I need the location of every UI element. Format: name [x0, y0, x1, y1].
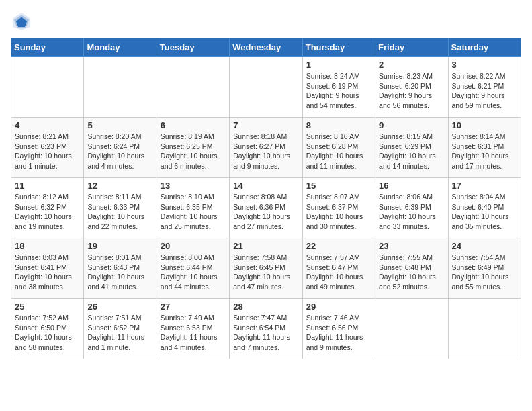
- day-info: Sunrise: 7:57 AM Sunset: 6:47 PM Dayligh…: [306, 253, 371, 292]
- day-number: 16: [379, 181, 444, 191]
- header-cell-sunday: Sunday: [11, 38, 84, 57]
- day-number: 12: [87, 181, 152, 191]
- day-info: Sunrise: 8:20 AM Sunset: 6:24 PM Dayligh…: [87, 132, 152, 171]
- calendar-header: SundayMondayTuesdayWednesdayThursdayFrid…: [11, 38, 521, 57]
- day-number: 20: [161, 241, 226, 251]
- day-info: Sunrise: 8:03 AM Sunset: 6:41 PM Dayligh…: [15, 253, 80, 292]
- day-cell: 14Sunrise: 8:08 AM Sunset: 6:36 PM Dayli…: [230, 178, 302, 238]
- day-info: Sunrise: 8:19 AM Sunset: 6:25 PM Dayligh…: [161, 132, 226, 171]
- day-cell: [448, 299, 521, 359]
- day-number: 26: [87, 302, 152, 312]
- day-number: 6: [161, 120, 226, 130]
- day-number: 7: [233, 120, 298, 130]
- day-cell: 10Sunrise: 8:14 AM Sunset: 6:31 PM Dayli…: [448, 118, 521, 178]
- day-number: 1: [306, 60, 371, 70]
- day-number: 27: [161, 302, 226, 312]
- day-cell: 26Sunrise: 7:51 AM Sunset: 6:52 PM Dayli…: [84, 299, 157, 359]
- day-cell: [84, 57, 157, 118]
- day-info: Sunrise: 8:00 AM Sunset: 6:44 PM Dayligh…: [161, 253, 226, 292]
- day-info: Sunrise: 8:16 AM Sunset: 6:28 PM Dayligh…: [306, 132, 371, 171]
- calendar-table: SundayMondayTuesdayWednesdayThursdayFrid…: [11, 38, 521, 359]
- header-cell-wednesday: Wednesday: [230, 38, 302, 57]
- day-number: 14: [233, 181, 298, 191]
- day-number: 3: [452, 60, 517, 70]
- day-number: 8: [306, 120, 371, 130]
- day-cell: 4Sunrise: 8:21 AM Sunset: 6:23 PM Daylig…: [11, 118, 84, 178]
- logo: [11, 11, 35, 32]
- header-cell-tuesday: Tuesday: [157, 38, 229, 57]
- day-cell: 1Sunrise: 8:24 AM Sunset: 6:19 PM Daylig…: [302, 57, 375, 118]
- day-number: 17: [452, 181, 517, 191]
- day-number: 9: [379, 120, 444, 130]
- day-info: Sunrise: 7:49 AM Sunset: 6:53 PM Dayligh…: [161, 313, 226, 353]
- day-number: 25: [15, 302, 80, 312]
- day-cell: [11, 57, 84, 118]
- day-number: 22: [306, 241, 371, 251]
- day-info: Sunrise: 8:22 AM Sunset: 6:21 PM Dayligh…: [452, 71, 517, 111]
- day-info: Sunrise: 8:15 AM Sunset: 6:29 PM Dayligh…: [379, 132, 444, 171]
- day-info: Sunrise: 8:18 AM Sunset: 6:27 PM Dayligh…: [233, 132, 298, 171]
- day-cell: [375, 299, 448, 359]
- day-cell: 8Sunrise: 8:16 AM Sunset: 6:28 PM Daylig…: [302, 118, 375, 178]
- day-number: 24: [452, 241, 517, 251]
- header-cell-thursday: Thursday: [302, 38, 375, 57]
- header-cell-monday: Monday: [84, 38, 157, 57]
- day-cell: 22Sunrise: 7:57 AM Sunset: 6:47 PM Dayli…: [302, 238, 375, 299]
- day-info: Sunrise: 8:06 AM Sunset: 6:39 PM Dayligh…: [379, 192, 444, 232]
- day-info: Sunrise: 7:52 AM Sunset: 6:50 PM Dayligh…: [15, 313, 80, 353]
- day-cell: 5Sunrise: 8:20 AM Sunset: 6:24 PM Daylig…: [84, 118, 157, 178]
- day-info: Sunrise: 8:10 AM Sunset: 6:35 PM Dayligh…: [161, 192, 226, 232]
- week-row-3: 18Sunrise: 8:03 AM Sunset: 6:41 PM Dayli…: [11, 238, 521, 299]
- day-number: 28: [233, 302, 298, 312]
- day-info: Sunrise: 8:08 AM Sunset: 6:36 PM Dayligh…: [233, 192, 298, 232]
- header-cell-saturday: Saturday: [448, 38, 521, 57]
- day-number: 19: [87, 241, 152, 251]
- week-row-0: 1Sunrise: 8:24 AM Sunset: 6:19 PM Daylig…: [11, 57, 521, 118]
- day-cell: 11Sunrise: 8:12 AM Sunset: 6:32 PM Dayli…: [11, 178, 84, 238]
- header-row: SundayMondayTuesdayWednesdayThursdayFrid…: [11, 38, 521, 57]
- day-number: 5: [87, 120, 152, 130]
- day-info: Sunrise: 8:23 AM Sunset: 6:20 PM Dayligh…: [379, 71, 444, 111]
- day-cell: 19Sunrise: 8:01 AM Sunset: 6:43 PM Dayli…: [84, 238, 157, 299]
- day-cell: 24Sunrise: 7:54 AM Sunset: 6:49 PM Dayli…: [448, 238, 521, 299]
- day-cell: [230, 57, 302, 118]
- day-number: 29: [306, 302, 371, 312]
- day-info: Sunrise: 8:04 AM Sunset: 6:40 PM Dayligh…: [452, 192, 517, 232]
- day-number: 15: [306, 181, 371, 191]
- day-number: 4: [15, 120, 80, 130]
- week-row-1: 4Sunrise: 8:21 AM Sunset: 6:23 PM Daylig…: [11, 118, 521, 178]
- day-info: Sunrise: 7:55 AM Sunset: 6:48 PM Dayligh…: [379, 253, 444, 292]
- day-number: 21: [233, 241, 298, 251]
- day-number: 11: [15, 181, 80, 191]
- day-info: Sunrise: 7:51 AM Sunset: 6:52 PM Dayligh…: [87, 313, 152, 353]
- day-cell: 9Sunrise: 8:15 AM Sunset: 6:29 PM Daylig…: [375, 118, 448, 178]
- day-cell: [157, 57, 229, 118]
- day-cell: 27Sunrise: 7:49 AM Sunset: 6:53 PM Dayli…: [157, 299, 229, 359]
- day-cell: 25Sunrise: 7:52 AM Sunset: 6:50 PM Dayli…: [11, 299, 84, 359]
- day-cell: 29Sunrise: 7:46 AM Sunset: 6:56 PM Dayli…: [302, 299, 375, 359]
- day-cell: 15Sunrise: 8:07 AM Sunset: 6:37 PM Dayli…: [302, 178, 375, 238]
- day-info: Sunrise: 7:58 AM Sunset: 6:45 PM Dayligh…: [233, 253, 298, 292]
- day-cell: 2Sunrise: 8:23 AM Sunset: 6:20 PM Daylig…: [375, 57, 448, 118]
- day-cell: 28Sunrise: 7:47 AM Sunset: 6:54 PM Dayli…: [230, 299, 302, 359]
- header: [11, 11, 521, 32]
- day-number: 18: [15, 241, 80, 251]
- day-cell: 16Sunrise: 8:06 AM Sunset: 6:39 PM Dayli…: [375, 178, 448, 238]
- day-number: 2: [379, 60, 444, 70]
- day-info: Sunrise: 8:07 AM Sunset: 6:37 PM Dayligh…: [306, 192, 371, 232]
- day-cell: 13Sunrise: 8:10 AM Sunset: 6:35 PM Dayli…: [157, 178, 229, 238]
- day-cell: 23Sunrise: 7:55 AM Sunset: 6:48 PM Dayli…: [375, 238, 448, 299]
- day-cell: 18Sunrise: 8:03 AM Sunset: 6:41 PM Dayli…: [11, 238, 84, 299]
- day-info: Sunrise: 7:47 AM Sunset: 6:54 PM Dayligh…: [233, 313, 298, 353]
- day-number: 10: [452, 120, 517, 130]
- week-row-2: 11Sunrise: 8:12 AM Sunset: 6:32 PM Dayli…: [11, 178, 521, 238]
- day-cell: 12Sunrise: 8:11 AM Sunset: 6:33 PM Dayli…: [84, 178, 157, 238]
- day-cell: 3Sunrise: 8:22 AM Sunset: 6:21 PM Daylig…: [448, 57, 521, 118]
- day-info: Sunrise: 7:54 AM Sunset: 6:49 PM Dayligh…: [452, 253, 517, 292]
- day-cell: 21Sunrise: 7:58 AM Sunset: 6:45 PM Dayli…: [230, 238, 302, 299]
- day-number: 23: [379, 241, 444, 251]
- week-row-4: 25Sunrise: 7:52 AM Sunset: 6:50 PM Dayli…: [11, 299, 521, 359]
- day-info: Sunrise: 7:46 AM Sunset: 6:56 PM Dayligh…: [306, 313, 371, 353]
- day-info: Sunrise: 8:24 AM Sunset: 6:19 PM Dayligh…: [306, 71, 371, 111]
- day-info: Sunrise: 8:21 AM Sunset: 6:23 PM Dayligh…: [15, 132, 80, 171]
